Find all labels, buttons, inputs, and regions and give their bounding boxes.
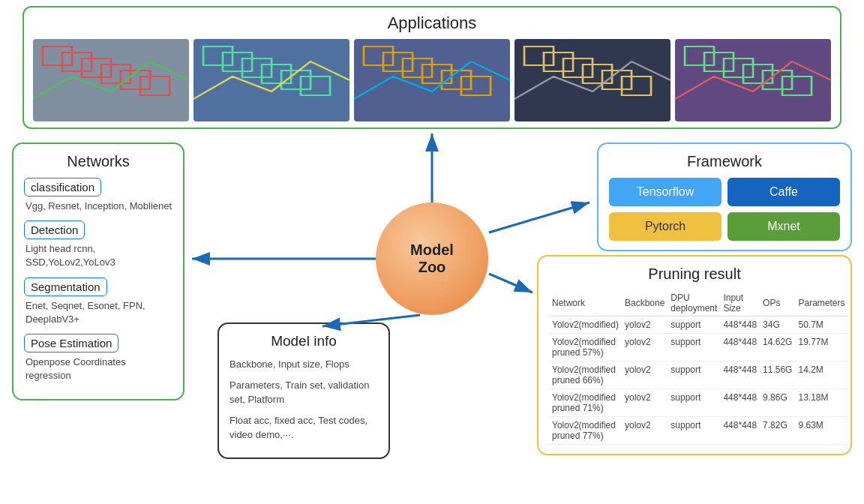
classification-label: classification [24,178,101,196]
pruning-cell-3-1: yolov2 [622,389,668,417]
pruning-row-2: Yolov2(modified pruned 66%)yolov2support… [549,362,848,389]
pose-sub: Openpose Coordinates regression [24,356,172,382]
framework-title: Framework [609,153,840,170]
pruning-cell-3-5: 13.18M [795,389,848,417]
framework-section: Framework Tensorflow Caffe Pytorch Mxnet [597,142,852,251]
pruning-cell-0-4: 34G [760,316,795,334]
detection-label: Detection [24,220,85,239]
col-params: Parameters [795,290,848,316]
network-category-classification: classification Vgg, Resnet, Inception, M… [24,178,172,213]
pruning-section: Pruning result Network Backbone DPUdeplo… [537,255,852,455]
arrow-right-framework [489,202,590,232]
caffe-button: Caffe [728,178,840,206]
pruning-table: Network Backbone DPUdeployment InputSize… [549,290,848,445]
segmentation-sub: Enet, Seqnet, Esonet, FPN, DeeplabV3+ [24,299,172,326]
pruning-cell-4-1: yolov2 [622,417,668,445]
networks-section: Networks classification Vgg, Resnet, Inc… [12,142,184,400]
model-zoo-circle: Model Zoo [376,202,488,315]
tensorflow-button: Tensorflow [609,178,722,206]
pruning-cell-3-4: 9.86G [760,389,795,417]
pruning-cell-1-3: 448*448 [720,334,760,362]
col-input: InputSize [720,290,760,316]
pruning-cell-1-0: Yolov2(modified pruned 57%) [549,334,622,362]
pruning-cell-2-1: yolov2 [622,362,668,389]
segmentation-label: Segmentation [24,278,107,296]
app-image-2 [194,39,350,122]
pruning-row-3: Yolov2(modified pruned 71%)yolov2support… [549,389,848,417]
pruning-title: Pruning result [549,266,840,283]
pruning-cell-4-5: 9.63M [795,417,848,445]
pruning-cell-1-4: 14.62G [760,334,795,362]
pruning-row-1: Yolov2(modified pruned 57%)yolov2support… [549,334,848,362]
col-network: Network [549,290,622,316]
pruning-cell-0-0: Yolov2(modified) [549,316,622,334]
network-category-pose: Pose Estimation Openpose Coordinates reg… [24,334,172,382]
app-image-5 [675,39,831,122]
col-backbone: Backbone [622,290,668,316]
pruning-row-4: Yolov2(modified pruned 77%)yolov2support… [549,417,848,445]
pruning-cell-3-2: support [668,389,720,417]
framework-grid: Tensorflow Caffe Pytorch Mxnet [609,178,840,241]
arrow-right-pruning [489,274,532,292]
pruning-cell-2-3: 448*448 [720,362,760,389]
pruning-cell-0-2: support [668,316,720,334]
detection-sub: Light head rcnn, SSD,YoLov2,YoLov3 [24,242,172,269]
model-info-title: Model info [230,333,378,350]
classification-sub: Vgg, Resnet, Inception, Moblienet [24,200,172,213]
pruning-cell-1-5: 19.77M [795,334,848,362]
pruning-cell-0-3: 448*448 [720,316,760,334]
model-info-section: Model info Backbone, Input size, Flops P… [218,322,390,459]
model-info-line2: Parameters, Train set, validation set, P… [230,378,378,407]
pruning-cell-4-4: 7.82G [760,417,795,445]
network-category-segmentation: Segmentation Enet, Seqnet, Esonet, FPN, … [24,278,172,326]
network-category-detection: Detection Light head rcnn, SSD,YoLov2,Yo… [24,220,172,269]
pruning-row-0: Yolov2(modified)yolov2support448*44834G5… [549,316,848,334]
applications-images-row [33,39,831,122]
pose-label: Pose Estimation [24,334,118,352]
pruning-cell-3-3: 448*448 [720,389,760,417]
pruning-cell-0-1: yolov2 [622,316,668,334]
pruning-cell-4-3: 448*448 [720,417,760,445]
app-image-4 [514,39,670,122]
pruning-cell-1-1: yolov2 [622,334,668,362]
model-info-line3: Float acc, fixed acc, Test codes, video … [230,413,378,442]
applications-section: Applications [22,6,842,129]
pruning-cell-1-2: support [668,334,720,362]
pruning-cell-0-5: 50.7M [795,316,848,334]
pruning-cell-4-2: support [668,417,720,445]
model-zoo-line1: Model [410,242,454,259]
pruning-cell-2-0: Yolov2(modified pruned 66%) [549,362,622,389]
pruning-cell-4-0: Yolov2(modified pruned 77%) [549,417,622,445]
pytorch-button: Pytorch [609,212,722,241]
app-image-1 [33,39,189,122]
pruning-cell-2-5: 14.2M [795,362,848,389]
col-dpu: DPUdeployment [668,290,720,316]
model-info-line1: Backbone, Input size, Flops [230,357,378,372]
pruning-header-row: Network Backbone DPUdeployment InputSize… [549,290,848,316]
app-image-3 [354,39,510,122]
pruning-cell-3-0: Yolov2(modified pruned 71%) [549,389,622,417]
mxnet-button: Mxnet [728,212,840,241]
col-ops: OPs [760,290,795,316]
pruning-cell-2-4: 11.56G [760,362,795,389]
applications-title: Applications [33,14,831,33]
networks-title: Networks [24,153,172,170]
model-zoo-line2: Zoo [418,259,446,276]
pruning-cell-2-2: support [668,362,720,389]
